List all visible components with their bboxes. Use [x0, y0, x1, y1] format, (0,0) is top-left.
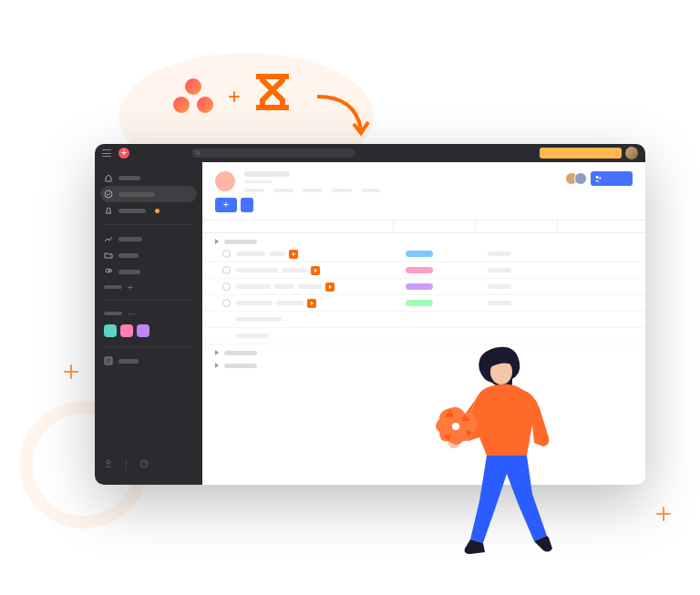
plus-icon: +: [228, 84, 241, 109]
search-input[interactable]: [191, 149, 355, 158]
project-color-tile[interactable]: [137, 324, 149, 337]
member-avatar[interactable]: [574, 172, 587, 185]
task-row[interactable]: [202, 312, 645, 328]
svg-point-6: [107, 460, 110, 464]
sidebar-item[interactable]: [95, 263, 202, 280]
svg-text:?: ?: [142, 461, 146, 467]
due-date[interactable]: [488, 301, 511, 305]
task-row[interactable]: [202, 279, 645, 295]
sidebar-group-header[interactable]: ···: [95, 306, 202, 321]
tab[interactable]: [332, 189, 352, 192]
tag-pill[interactable]: [406, 300, 433, 306]
sidebar: + ··· ?: [95, 162, 202, 485]
timer-play-button[interactable]: [307, 299, 316, 308]
project-tabs: [244, 189, 556, 192]
tab[interactable]: [244, 189, 264, 192]
project-avatar[interactable]: [215, 171, 235, 191]
tab[interactable]: [361, 189, 381, 192]
tag-pill[interactable]: [406, 283, 433, 290]
tab[interactable]: [273, 189, 293, 192]
tag-pill[interactable]: [406, 251, 433, 257]
task-row[interactable]: [202, 262, 645, 279]
upgrade-pill[interactable]: [540, 148, 622, 159]
sidebar-team[interactable]: [95, 353, 202, 369]
timer-play-button[interactable]: [325, 282, 335, 292]
task-row[interactable]: [202, 246, 645, 262]
asana-logo: [173, 78, 213, 115]
svg-point-4: [109, 270, 112, 272]
sidebar-nav-home[interactable]: [95, 169, 202, 186]
search-icon: [195, 150, 201, 156]
user-avatar[interactable]: [625, 147, 638, 159]
due-date[interactable]: [488, 251, 511, 256]
complete-checkbox[interactable]: [222, 282, 231, 291]
due-date[interactable]: [488, 284, 511, 289]
invite-icon[interactable]: [104, 459, 113, 468]
project-color-tile[interactable]: [104, 324, 117, 337]
project-subtitle: [244, 180, 272, 183]
add-task-dropdown[interactable]: [241, 198, 253, 212]
share-button[interactable]: [591, 171, 633, 186]
svg-point-9: [596, 176, 599, 179]
svg-point-2: [105, 190, 112, 198]
task-row[interactable]: [202, 295, 645, 312]
section-header[interactable]: [202, 233, 645, 246]
sidebar-footer: ?: [95, 452, 202, 477]
add-task-button[interactable]: +: [215, 198, 237, 212]
sidebar-group-header[interactable]: +: [95, 280, 202, 294]
illustration-person: [425, 337, 616, 556]
hourglass-logo: [255, 73, 290, 120]
timer-play-button[interactable]: [289, 250, 298, 259]
svg-point-12: [452, 423, 459, 430]
global-add-button[interactable]: +: [118, 148, 129, 159]
tab[interactable]: [303, 189, 323, 192]
complete-checkbox[interactable]: [222, 299, 231, 307]
complete-checkbox[interactable]: [222, 250, 231, 258]
project-color-tile[interactable]: [120, 324, 133, 337]
user-plus-icon: [594, 175, 602, 182]
integration-logos: +: [173, 73, 290, 120]
tag-pill[interactable]: [406, 267, 433, 273]
sidebar-item[interactable]: [95, 247, 202, 263]
timer-play-button[interactable]: [311, 266, 320, 275]
arrow-icon: [310, 89, 374, 148]
svg-line-1: [199, 154, 201, 156]
project-title[interactable]: [244, 171, 290, 177]
sidebar-item[interactable]: [95, 231, 202, 247]
complete-checkbox[interactable]: [222, 266, 231, 274]
menu-icon[interactable]: [102, 149, 111, 157]
sidebar-nav-check[interactable]: [100, 186, 197, 202]
due-date[interactable]: [488, 268, 511, 272]
sidebar-nav-bell[interactable]: [95, 202, 202, 219]
svg-rect-5: [105, 357, 112, 364]
help-icon[interactable]: ?: [139, 459, 149, 468]
